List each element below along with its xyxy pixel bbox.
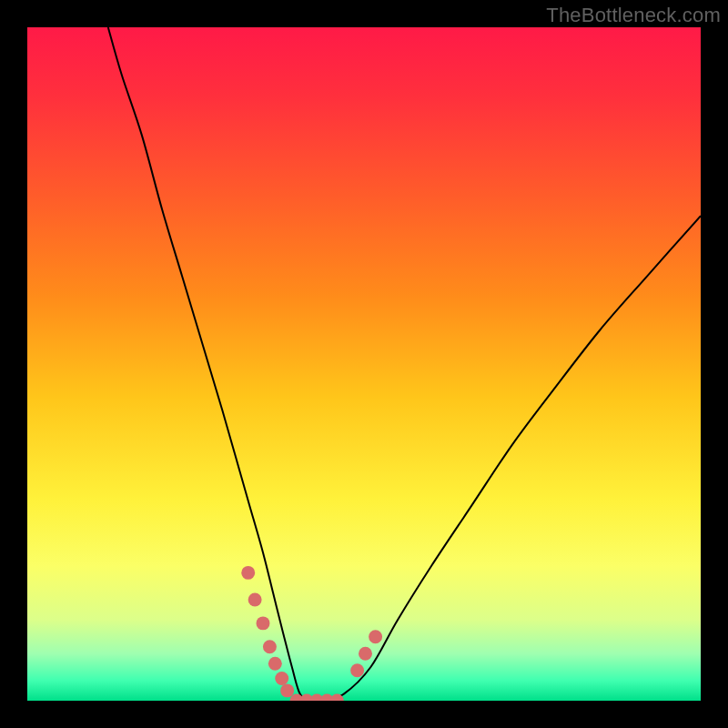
highlight-dot	[248, 593, 262, 607]
highlight-dot	[369, 630, 382, 643]
chart-frame: TheBottleneck.com	[0, 0, 728, 728]
chart-svg	[27, 27, 701, 701]
plot-area	[27, 27, 701, 701]
highlight-dot	[268, 657, 282, 671]
highlight-dot	[275, 672, 288, 685]
highlight-dot	[350, 663, 364, 677]
highlight-dot	[241, 566, 255, 580]
highlight-dot	[359, 647, 372, 661]
watermark-text: TheBottleneck.com	[546, 4, 721, 27]
highlight-dot	[280, 683, 294, 697]
gradient-background	[27, 27, 701, 701]
highlight-dot	[257, 616, 270, 630]
highlight-dot	[263, 640, 277, 653]
